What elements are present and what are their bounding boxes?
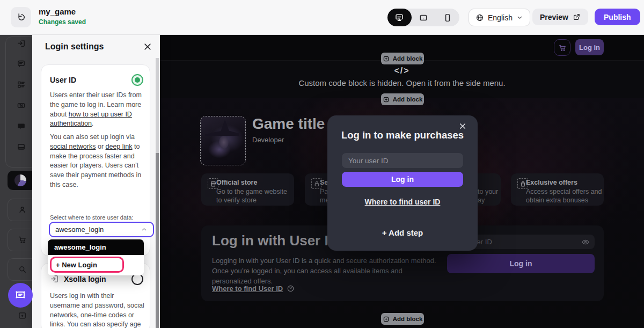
game-title: Game title [252,115,325,133]
user-id-option-card[interactable]: User ID Users enter their user IDs from … [41,64,150,256]
preview-button[interactable]: Preview [532,9,588,25]
promo-ticket-icon[interactable] [17,101,26,110]
globe-icon [475,13,484,22]
chevron-up-icon [141,226,148,233]
site-login-button-top[interactable]: Log in [575,39,604,55]
user-id-description-1: Users enter their user IDs from the game… [50,91,143,129]
device-preview-switcher [387,9,459,26]
custom-code-message: Custom code block is hidden. Open it fro… [160,78,644,88]
builder-topbar: my_game Changes saved [0,0,644,35]
login-project-select[interactable]: awesome_login [49,222,154,237]
modal-where-to-find-link[interactable]: Where to find user ID [327,198,478,206]
login-purchase-modal: Log in to make purchases Log in Where to… [327,115,478,251]
back-button[interactable] [11,7,31,27]
tablet-icon [419,13,428,23]
search-icon [18,265,27,274]
site-cart-button[interactable] [554,39,570,56]
social-networks-link[interactable]: social networks [50,143,96,150]
chevron-down-icon [516,14,523,21]
dropdown-option-awesome-login[interactable]: awesome_login [48,239,144,255]
project-title: my_game [39,7,76,16]
cart-icon [18,235,27,244]
external-link-icon [573,13,581,21]
app-window: my_game Changes saved [0,0,644,328]
add-block-button-middle[interactable]: Add block [381,93,424,105]
desktop-view-button[interactable] [387,9,412,26]
login-project-dropdown: awesome_login + New Login [48,239,144,275]
feedback-block-icon[interactable] [17,59,26,68]
mobile-icon [443,13,452,23]
panel-scrollbar-thumb[interactable] [156,153,159,328]
user-id-description-2: You can also set up login via social net… [50,133,144,190]
cover-art [205,120,239,136]
language-value: English [488,13,513,22]
person-icon [18,205,27,214]
code-icon: </> [160,66,644,76]
help-circle-icon[interactable] [287,285,295,293]
benefit-card-official-store[interactable]: Official store Go to the game website to… [201,173,294,206]
modal-title: Log in to make purchases [327,129,478,141]
panel-title: Login settings [45,42,104,52]
mobile-view-button[interactable] [435,9,459,26]
section-title: Log in with User ID [212,232,338,249]
chat-block-icon[interactable] [17,122,26,131]
login-block-icon[interactable] [17,39,26,48]
tablet-view-button[interactable] [412,9,436,26]
section-description: Logging in with your User ID is a quick … [212,256,443,287]
modal-login-button[interactable]: Log in [342,172,463,187]
modal-userid-input[interactable] [342,153,463,168]
publish-button[interactable]: Publish [595,9,640,25]
where-to-find-userid-link[interactable]: Where to find User ID [212,285,283,293]
section-login-button[interactable]: Log in [447,254,595,273]
add-block-button-top[interactable]: Add block [381,53,424,64]
desktop-icon [394,13,404,23]
preview-label: Preview [540,13,568,21]
xsolla-login-description: Users log in with their username and pas… [50,291,144,328]
deep-link-link[interactable]: deep link [106,143,133,150]
user-id-radio-selected[interactable] [131,74,143,86]
chat-widget-icon [14,289,27,302]
ticket-bottom-icon[interactable] [18,311,27,320]
game-developer: Developer [252,136,284,144]
user-id-title: User ID [50,76,76,84]
dropdown-option-new-login[interactable]: + New Login [50,257,124,273]
xsolla-login-title: Xsolla login [64,275,106,283]
helpdesk-chat-button[interactable] [8,283,33,308]
site-preview-canvas: Log in Add block </> Custom code block i… [160,34,644,328]
banner-block-icon[interactable] [17,142,26,151]
login-settings-panel: Login settings User ID Users enter their… [32,34,160,328]
eye-icon[interactable] [581,238,590,246]
xsolla-login-icon [50,274,59,283]
save-status: Changes saved [39,18,86,26]
game-cover-image[interactable] [200,116,246,165]
add-step-button[interactable]: + Add step [327,228,478,237]
language-selector[interactable]: English [469,9,530,26]
game-avatar [14,174,26,186]
blocks-grid-icon[interactable] [17,80,26,89]
undo-icon [16,12,26,22]
publish-label: Publish [604,13,631,21]
store-user-data-label: Select where to store user data: [50,214,133,221]
benefit-card-exclusive-offers[interactable]: Exclusive offers Access special offers a… [511,173,604,206]
panel-scrollbar [156,58,159,328]
panel-close-icon[interactable] [143,42,152,52]
add-block-button-bottom[interactable]: Add block [381,313,424,325]
